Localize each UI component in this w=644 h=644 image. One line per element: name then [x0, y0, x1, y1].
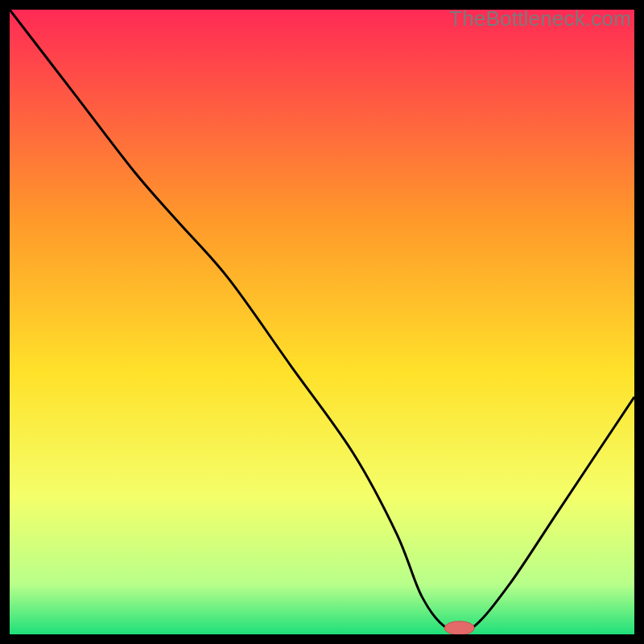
optimal-marker [444, 621, 474, 634]
gradient-background [10, 10, 634, 634]
watermark-text: TheBottleneck.com [449, 10, 631, 31]
chart-frame: TheBottleneck.com [10, 10, 634, 634]
chart-svg [10, 10, 634, 634]
chart-plot-area: TheBottleneck.com [10, 10, 634, 634]
